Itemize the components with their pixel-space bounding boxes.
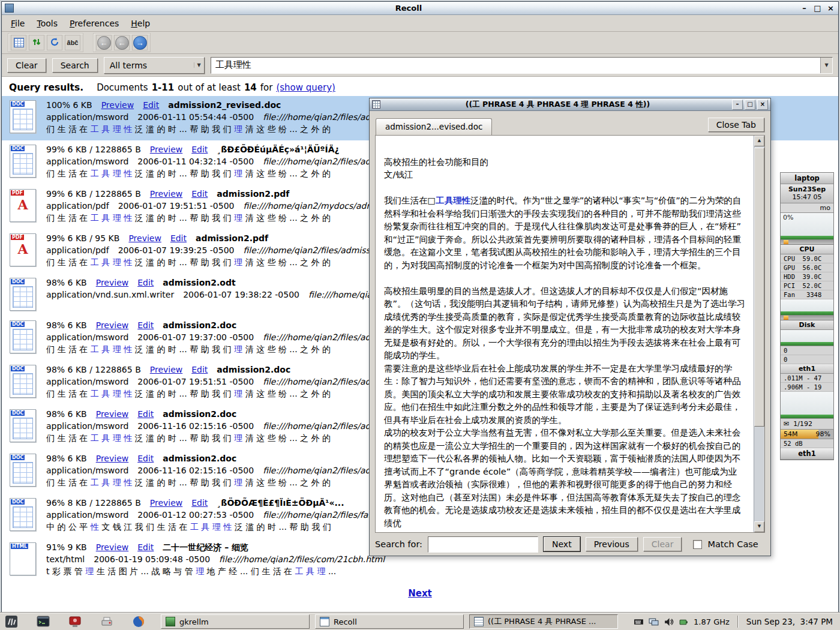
preview-close-button[interactable]: × [757,100,768,110]
next-page-button[interactable]: → [132,35,148,50]
result-edit-link[interactable]: Edit [191,497,208,509]
menu-item-tools[interactable]: Tools [31,16,63,31]
preview-tab[interactable]: admission2...evised.doc [376,118,492,135]
scrollbar-track[interactable] [754,146,764,521]
prev-page-button[interactable]: ← [114,35,130,50]
close-button[interactable]: × [826,4,835,13]
search-button[interactable]: Search [52,58,98,73]
gkrellm-clock[interactable]: Sun23Sep 15:47 05 [781,184,833,203]
result-preview-link[interactable]: Preview [96,452,129,464]
result-edit-link[interactable]: Edit [143,99,159,111]
taskbar-task-button[interactable]: ((工 PHRASE 4 具 PHRASE ... [469,614,618,629]
search-mode-select[interactable]: All terms ▼ [104,57,205,74]
result-edit-link[interactable]: Edit [170,232,187,244]
gkrellm-memory-meter[interactable]: 54M 98% [781,430,833,439]
power-plug-icon[interactable] [679,617,689,627]
menu-item-help[interactable]: Help [125,16,155,31]
menu-item-preferences[interactable]: Preferences [64,16,124,31]
gkrellm-cpu-chart[interactable]: 0% [781,213,833,240]
result-mimetype: application/msword [46,420,128,432]
result-preview-link[interactable]: Preview [150,188,183,200]
keyboard-layout-icon[interactable] [634,617,644,627]
window-icon[interactable] [5,4,14,13]
media-player-icon[interactable] [68,615,82,628]
highlighted-term: 工 具 理 性 [91,433,132,443]
result-preview-link[interactable]: Preview [96,408,129,420]
clear-button[interactable]: Clear [7,58,46,73]
preview-titlebar[interactable]: ((工 PHRASE 4 具 PHRASE 4 理 PHRASE 4 性)) –… [370,98,770,111]
match-case-checkbox[interactable] [693,540,702,549]
next-page-link[interactable]: Next [408,588,432,599]
text-run: 清 这 些 纷 ... 之 外 的 [242,433,331,443]
taskbar-task-button[interactable]: Recoll [315,614,464,629]
preview-paragraph: 文/钱江 [384,169,745,182]
gkrellm-hostname[interactable]: laptop [781,173,833,184]
result-preview-link[interactable]: Preview [150,143,183,155]
file-icon-pdf: PDFA [5,188,40,223]
find-clear-button[interactable]: Clear [643,537,682,551]
next-page-arrow-icon: → [133,36,147,50]
gkrellm-mail[interactable]: ✉ 1/192 [781,419,833,430]
taskbar-tasks: gkrellmRecoll((工 PHRASE 4 具 PHRASE ... [161,614,618,629]
volume-icon[interactable] [664,617,674,627]
preview-paragraph [384,272,745,285]
scroll-down-arrow[interactable]: ▼ [754,521,764,532]
taskbar-clock[interactable]: Sun Sep 23, 3:47 PM [746,617,833,626]
result-edit-link[interactable]: Edit [137,541,154,553]
search-query-input[interactable] [211,58,820,73]
recoll-titlebar[interactable]: Recoll – □ × [2,2,838,15]
result-title: admission2.doc [163,452,236,464]
result-title: ¸ßÐ£ÕÐÉúµÄÉç»á¹¦ÄÜºÍÄ¿ [217,143,339,155]
display-switcher-icon[interactable] [649,617,659,627]
text-run: 泛 滥 的 时 ... 帮 助 我 们 [132,124,234,134]
result-preview-link[interactable]: Preview [150,497,183,509]
menu-item-file[interactable]: File [5,16,30,31]
firefox-icon[interactable] [132,615,145,628]
term-explorer-button[interactable]: âbĉ [65,35,80,50]
text-run: 文 钱 江 我 们 生 活 在 [99,522,190,532]
close-tab-button[interactable]: Close Tab [708,118,764,132]
preview-search-input[interactable] [428,536,538,553]
preview-maximize-button[interactable]: □ [745,100,755,110]
result-preview-link[interactable]: Preview [150,364,183,376]
result-edit-link[interactable]: Edit [191,188,208,200]
result-preview-link[interactable]: Preview [96,541,129,553]
result-edit-link[interactable]: Edit [137,452,154,464]
result-title: admission2.doc [163,319,236,331]
result-score-size: 96% 8 KB / 1228865 B [46,497,141,509]
result-edit-link[interactable]: Edit [191,143,208,155]
sort-button[interactable] [29,35,44,50]
result-preview-link[interactable]: Preview [128,232,161,244]
terminal-icon[interactable] [37,615,50,628]
find-previous-button[interactable]: Previous [586,537,638,551]
result-preview-link[interactable]: Preview [96,277,129,289]
back-button[interactable]: ← [96,35,112,50]
scroll-up-arrow[interactable]: ▲ [754,136,764,146]
gkrellm-mem-percent: 98% [816,430,830,438]
result-preview-link[interactable]: Preview [96,319,129,331]
taskbar: gkrellmRecoll((工 PHRASE 4 具 PHRASE ... 1… [0,613,840,630]
maximize-button[interactable]: □ [813,4,822,13]
printer-icon[interactable] [100,615,113,628]
minimize-button[interactable]: – [800,4,809,13]
result-edit-link[interactable]: Edit [137,277,154,289]
find-next-button[interactable]: Next [544,537,580,551]
query-history-dropdown[interactable]: ▼ [820,58,832,73]
file-icon-doc: DOC [5,364,40,398]
gkrellm-sensor-chart [781,299,833,316]
results-count-mid: out of at least [178,82,241,93]
history-button[interactable] [47,35,62,50]
result-edit-link[interactable]: Edit [191,364,208,376]
result-edit-link[interactable]: Edit [137,408,154,420]
scrollbar-thumb[interactable] [754,148,764,427]
wm-menu-icon[interactable] [5,615,18,628]
show-query-link[interactable]: (show query) [276,82,335,93]
preview-scrollbar[interactable]: ▲ ▼ [754,136,764,532]
preview-minimize-button[interactable]: – [732,100,743,110]
table-view-button[interactable] [11,35,26,50]
taskbar-task-button[interactable]: gkrellm [161,614,310,629]
result-preview-link[interactable]: Preview [101,99,134,111]
preview-content[interactable]: 高校招生的社会功能和目的文/钱江 我们生活在□工具理性泛滥的时代。作为“世之显学… [376,136,754,532]
result-edit-link[interactable]: Edit [137,319,154,331]
result-mimetype: application/pdf [46,200,109,212]
